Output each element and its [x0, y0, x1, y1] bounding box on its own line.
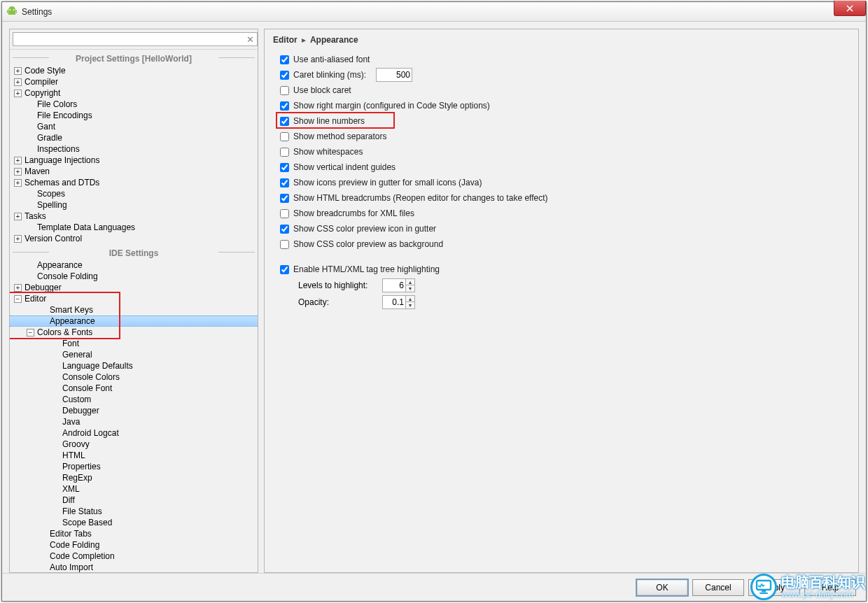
- tree-item[interactable]: File Colors: [10, 99, 258, 110]
- cancel-button[interactable]: Cancel: [692, 579, 744, 596]
- spinner-up-icon: ▲: [406, 279, 414, 285]
- option-checkbox[interactable]: [280, 55, 289, 64]
- tree-item[interactable]: Spelling: [10, 199, 258, 211]
- option-checkbox[interactable]: [280, 178, 289, 187]
- expand-icon[interactable]: +: [14, 235, 22, 243]
- tree-item[interactable]: −Colors & Fonts: [10, 327, 258, 338]
- expand-icon[interactable]: +: [14, 78, 22, 86]
- option-checkbox[interactable]: [280, 225, 289, 234]
- ok-button[interactable]: OK: [636, 579, 688, 596]
- tree-item[interactable]: File Status: [10, 506, 258, 517]
- tree-item[interactable]: General: [10, 349, 258, 360]
- opacity-input[interactable]: [382, 295, 406, 309]
- tree-item[interactable]: +Tasks: [10, 211, 258, 222]
- tree-item[interactable]: Font: [10, 338, 258, 349]
- tree-item-label: Console Folding: [37, 271, 98, 282]
- tree-item[interactable]: +Language Injections: [10, 155, 258, 166]
- window-title: Settings: [22, 7, 52, 17]
- levels-input[interactable]: [382, 278, 406, 292]
- tree-item[interactable]: Properties: [10, 461, 258, 472]
- titlebar: Settings: [2, 2, 866, 22]
- tree-item[interactable]: Groovy: [10, 439, 258, 450]
- close-button[interactable]: [834, 1, 866, 16]
- tree-item-label: Groovy: [62, 439, 90, 450]
- tree-item[interactable]: +Schemas and DTDs: [10, 177, 258, 188]
- expand-icon[interactable]: +: [14, 157, 22, 164]
- tree-item[interactable]: Code Folding: [10, 539, 258, 551]
- option-checkbox[interactable]: [280, 148, 289, 157]
- tree-item-label: Language Defaults: [62, 360, 133, 371]
- tree-item[interactable]: Console Colors: [10, 371, 258, 383]
- tree-item[interactable]: Appearance: [10, 315, 258, 327]
- tree-item[interactable]: Scopes: [10, 188, 258, 199]
- tree-item-label: Auto Import: [50, 562, 93, 572]
- option-checkbox[interactable]: [280, 240, 289, 249]
- tree-item-label: Appearance: [37, 260, 83, 271]
- tree-item[interactable]: File Encodings: [10, 110, 258, 121]
- option-checkbox[interactable]: [280, 117, 289, 126]
- option-checkbox[interactable]: [280, 163, 289, 172]
- tree-item[interactable]: Appearance: [10, 260, 258, 271]
- option-checkbox[interactable]: [280, 132, 289, 141]
- tree-item[interactable]: +Debugger: [10, 282, 258, 293]
- option-row: Show line numbers: [280, 113, 850, 129]
- tree-item[interactable]: Diff: [10, 495, 258, 506]
- tree-item[interactable]: HTML: [10, 450, 258, 461]
- caret-blink-input[interactable]: [376, 68, 412, 82]
- collapse-icon[interactable]: −: [27, 329, 34, 336]
- tree-item-label: Font: [62, 338, 79, 349]
- clear-search-icon[interactable]: ✕: [245, 34, 255, 44]
- tree-item[interactable]: Template Data Languages: [10, 222, 258, 233]
- expand-icon[interactable]: +: [14, 179, 22, 187]
- tree-item[interactable]: Inspections: [10, 143, 258, 155]
- tree-item[interactable]: Console Folding: [10, 271, 258, 282]
- tree-item[interactable]: Console Font: [10, 383, 258, 394]
- tree-item[interactable]: Gradle: [10, 132, 258, 143]
- levels-spinner[interactable]: ▲▼: [406, 278, 415, 292]
- expand-icon[interactable]: +: [14, 284, 22, 292]
- tree-item[interactable]: XML: [10, 483, 258, 495]
- option-checkbox[interactable]: [280, 101, 289, 111]
- tree-item-label: Android Logcat: [62, 427, 119, 439]
- tree-item[interactable]: −Editor: [10, 293, 258, 304]
- dialog-button-bar: OK Cancel Apply Help: [2, 573, 866, 601]
- search-input[interactable]: [13, 32, 258, 46]
- collapse-icon[interactable]: −: [14, 295, 22, 303]
- settings-tree[interactable]: Project Settings [HelloWorld]+Code Style…: [10, 50, 258, 572]
- expand-icon[interactable]: +: [14, 213, 22, 220]
- option-checkbox[interactable]: [280, 71, 289, 80]
- tree-item[interactable]: Code Completion: [10, 551, 258, 562]
- tree-item-label: XML: [62, 483, 80, 495]
- tree-item[interactable]: Java: [10, 416, 258, 427]
- option-checkbox[interactable]: [280, 194, 289, 203]
- tree-item[interactable]: Android Logcat: [10, 427, 258, 439]
- expand-icon[interactable]: +: [14, 168, 22, 176]
- tree-item[interactable]: +Version Control: [10, 233, 258, 244]
- opacity-spinner[interactable]: ▲▼: [406, 295, 415, 309]
- tree-item[interactable]: Custom: [10, 394, 258, 405]
- tree-item[interactable]: RegExp: [10, 472, 258, 483]
- tree-item-label: Code Completion: [50, 551, 115, 562]
- tree-item[interactable]: Debugger: [10, 405, 258, 416]
- option-checkbox[interactable]: [280, 86, 289, 95]
- tree-item-label: Custom: [62, 394, 91, 405]
- tree-item[interactable]: Auto Import: [10, 562, 258, 572]
- tree-item[interactable]: Scope Based: [10, 517, 258, 528]
- tree-item[interactable]: Smart Keys: [10, 304, 258, 315]
- tree-item[interactable]: Gant: [10, 121, 258, 132]
- levels-label: Levels to highlight:: [298, 281, 375, 290]
- tree-item[interactable]: +Copyright: [10, 87, 258, 99]
- expand-icon[interactable]: +: [14, 67, 22, 75]
- tree-item[interactable]: +Code Style: [10, 65, 258, 76]
- tree-item-label: Compiler: [24, 76, 58, 87]
- option-checkbox[interactable]: [280, 209, 289, 218]
- app-icon: [6, 6, 18, 17]
- tree-item[interactable]: Language Defaults: [10, 360, 258, 371]
- expand-icon[interactable]: +: [14, 90, 22, 97]
- tree-item[interactable]: +Compiler: [10, 76, 258, 87]
- enable-html-highlight-checkbox[interactable]: [280, 265, 289, 274]
- tree-item[interactable]: +Maven: [10, 166, 258, 177]
- tree-item[interactable]: Editor Tabs: [10, 528, 258, 539]
- opacity-row: Opacity: ▲▼: [298, 294, 850, 311]
- tree-item-label: Debugger: [24, 282, 62, 293]
